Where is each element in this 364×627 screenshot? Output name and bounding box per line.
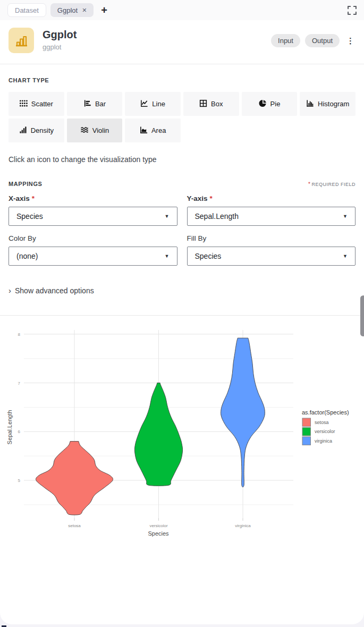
x-axis-field: X-axis*Species▼ [9, 194, 177, 226]
y-axis-label: Y-axis* [187, 194, 356, 202]
dropdown-arrow-icon: ▼ [165, 214, 170, 219]
scrollbar-thumb[interactable] [360, 295, 364, 336]
violin-chart: 5678setosaversicolorvirginica Sepal.Leng… [0, 316, 364, 554]
box-icon [199, 99, 207, 109]
tab-dataset[interactable]: Dataset [7, 3, 46, 17]
svg-text:versicolor: versicolor [149, 523, 168, 528]
fill-by-select[interactable]: Species▼ [187, 247, 356, 266]
svg-text:6: 6 [18, 429, 21, 434]
chart-type-pie[interactable]: Pie [242, 92, 298, 116]
tab-ggplot[interactable]: Ggplot ✕ [50, 3, 94, 17]
fill-by-label: Fill By [187, 234, 356, 242]
y-axis-title: Sepal.Length [6, 410, 13, 445]
chart-type-box[interactable]: Box [183, 92, 239, 116]
page-title: Ggplot [43, 29, 77, 41]
dropdown-arrow-icon: ▼ [343, 214, 348, 219]
chart-type-label: Pie [270, 100, 281, 108]
chart-type-scatter[interactable]: Scatter [9, 92, 64, 116]
bar-chart-icon [9, 28, 34, 53]
y-axis-value: Sepal.Length [195, 212, 239, 221]
dropdown-arrow-icon: ▼ [165, 253, 170, 259]
chart-type-grid: ScatterBarLineBoxPieHistogramDensityViol… [9, 92, 355, 142]
required-asterisk: * [308, 181, 310, 187]
violin-setosa [36, 442, 113, 515]
tab-dataset-label: Dataset [15, 6, 39, 14]
legend-title: as.factor(Species) [302, 409, 349, 416]
svg-text:5: 5 [18, 478, 21, 483]
violin-icon [80, 126, 89, 135]
fill-by-field: Fill BySpecies▼ [187, 234, 356, 266]
chart-type-label: Density [31, 126, 54, 134]
fill-by-value: Species [195, 252, 222, 260]
color-by-field: Color By(none)▼ [9, 234, 177, 266]
chart-axis-labels: 5678setosaversicolorvirginica [18, 332, 251, 528]
color-by-value: (none) [16, 252, 38, 260]
close-icon[interactable]: ✕ [82, 7, 87, 13]
violin-chart-canvas: 5678setosaversicolorvirginica Sepal.Leng… [0, 316, 364, 554]
svg-text:virginica: virginica [315, 438, 332, 444]
chart-type-density[interactable]: Density [9, 118, 64, 142]
tab-ggplot-label: Ggplot [57, 6, 78, 14]
svg-text:7: 7 [18, 381, 21, 386]
required-asterisk: * [210, 194, 213, 202]
violin-versicolor [134, 383, 182, 486]
header-actions: Input Output ⋮ [271, 34, 355, 47]
advanced-label: Show advanced options [15, 286, 94, 295]
mappings-header: MAPPINGS *REQUIRED FIELD [9, 181, 355, 187]
line-icon [140, 99, 148, 109]
mappings-section: MAPPINGS *REQUIRED FIELD X-axis*Species▼… [0, 181, 364, 295]
chart-type-histogram[interactable]: Histogram [300, 92, 355, 116]
header: Ggplot ggplot Input Output ⋮ [0, 20, 364, 64]
chart-type-hint: Click an icon to change the visualizatio… [9, 155, 355, 164]
pie-icon [259, 99, 267, 109]
chart-type-area[interactable]: Area [125, 118, 181, 142]
chart-type-label: Scatter [31, 100, 53, 108]
input-button[interactable]: Input [271, 34, 300, 47]
tab-bar: Dataset Ggplot ✕ + [0, 0, 364, 20]
chart-type-label: Area [151, 126, 166, 134]
chart-type-label: Bar [95, 100, 106, 108]
scatter-icon [20, 99, 28, 109]
color-by-label: Color By [9, 234, 177, 242]
add-tab-button[interactable]: + [101, 5, 107, 15]
app-window: Dataset Ggplot ✕ + Ggplot ggplot [0, 0, 364, 624]
chart-type-section: CHART TYPE ScatterBarLineBoxPieHistogram… [0, 77, 364, 164]
area-icon [140, 126, 148, 135]
output-button[interactable]: Output [305, 34, 340, 47]
chart-type-line[interactable]: Line [125, 92, 181, 116]
title-block: Ggplot ggplot [43, 28, 77, 51]
x-axis-title: Species [148, 530, 169, 537]
x-axis-value: Species [16, 212, 43, 221]
mappings-heading: MAPPINGS [9, 181, 42, 187]
svg-text:setosa: setosa [315, 420, 329, 425]
x-axis-label: X-axis* [9, 194, 177, 202]
svg-text:virginica: virginica [235, 523, 251, 528]
chevron-right-icon: › [9, 286, 11, 295]
svg-text:8: 8 [18, 332, 21, 337]
y-axis-select[interactable]: Sepal.Length▼ [187, 207, 356, 226]
chart-type-label: Histogram [318, 100, 349, 108]
color-by-select[interactable]: (none)▼ [9, 247, 177, 266]
dropdown-arrow-icon: ▼ [343, 253, 348, 259]
y-axis-field: Y-axis*Sepal.Length▼ [187, 194, 356, 226]
x-axis-select[interactable]: Species▼ [9, 207, 177, 226]
page-subtitle: ggplot [43, 43, 77, 51]
chart-type-violin[interactable]: Violin [67, 118, 123, 142]
violin-virginica [221, 338, 265, 487]
svg-text:versicolor: versicolor [315, 429, 335, 434]
chart-legend: setosaversicolorvirginica [302, 418, 335, 445]
chart-violins [36, 338, 265, 515]
mapping-fields: X-axis*Species▼Y-axis*Sepal.Length▼Color… [9, 194, 355, 274]
chart-type-label: Box [211, 100, 223, 108]
required-asterisk: * [32, 194, 35, 202]
chart-type-label: Violin [92, 126, 109, 134]
density-icon [19, 126, 27, 135]
chart-type-bar[interactable]: Bar [67, 92, 123, 116]
fullscreen-icon[interactable] [348, 6, 357, 15]
show-advanced-options-link[interactable]: › Show advanced options [9, 286, 355, 295]
bar-icon [83, 99, 91, 109]
histogram-icon [306, 99, 314, 109]
kebab-menu-icon[interactable]: ⋮ [345, 36, 355, 46]
chart-type-label: Line [152, 100, 165, 108]
required-field-note: *REQUIRED FIELD [308, 181, 355, 187]
